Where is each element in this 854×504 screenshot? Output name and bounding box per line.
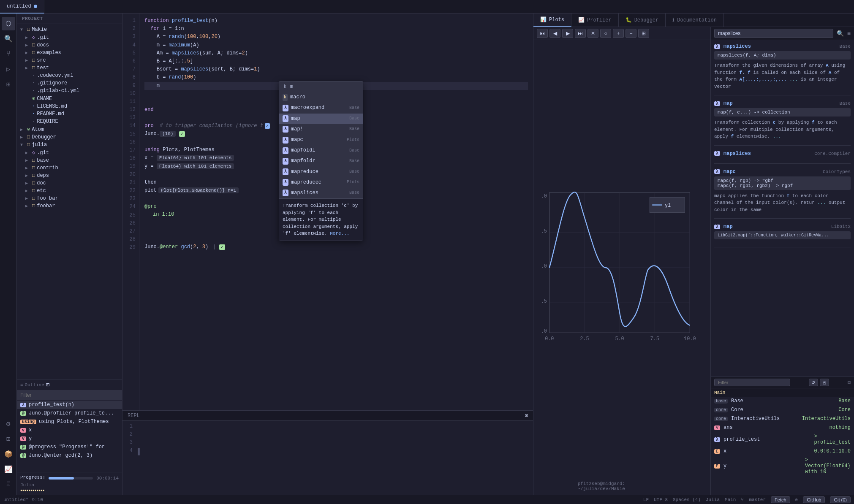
ac-item-mapreducec[interactable]: λ mapreducec Plots bbox=[279, 177, 363, 188]
sidebar-item-readme[interactable]: · · README.md bbox=[17, 110, 122, 118]
plot-close[interactable]: ✕ bbox=[587, 29, 598, 38]
doc-menu-button[interactable]: ≡ bbox=[847, 30, 851, 37]
outline-expand-icon[interactable]: ⊡ bbox=[46, 381, 49, 388]
ac-item-map[interactable]: λ map Base bbox=[279, 114, 363, 124]
doc-search-button[interactable]: 🔍 bbox=[837, 30, 844, 37]
plot-nav-next[interactable]: ▶ bbox=[562, 29, 573, 38]
ws-refresh-btn[interactable]: ↺ bbox=[809, 379, 818, 386]
sidebar-item-gitlab-ci[interactable]: · · .gitlab-ci.yml bbox=[17, 87, 122, 95]
sidebar-item-cname[interactable]: · ⊙ CNAME bbox=[17, 95, 122, 103]
workspace-expand-icon[interactable]: ⊡ bbox=[848, 379, 851, 386]
ws-row-core[interactable]: core Core Core bbox=[711, 406, 854, 415]
tab-debugger[interactable]: 🐛 Debugger bbox=[619, 14, 666, 27]
activity-packages[interactable]: 📦 bbox=[2, 447, 15, 461]
sidebar-item-julia-deps[interactable]: ▶ □ deps bbox=[17, 172, 122, 179]
outline-item-y[interactable]: v y bbox=[17, 434, 122, 443]
ws-copy-btn[interactable]: ⎘ bbox=[820, 379, 829, 386]
ac-item-mapreduce[interactable]: λ mapreduce Base bbox=[279, 167, 363, 177]
outline-item-profiler[interactable]: @ Juno.@profiler profile_te... bbox=[17, 409, 122, 417]
sidebar-item-require[interactable]: · · REQUIRE bbox=[17, 118, 122, 125]
ac-item-mapfoldr[interactable]: λ mapfoldr Base bbox=[279, 156, 363, 166]
repl-expand-icon[interactable]: ⊡ bbox=[525, 412, 528, 419]
doc-sig-mapc: mapc(f, rgb) -> rgbfmapc(f, rgb1, rgb2) … bbox=[714, 176, 851, 190]
sidebar-item-src[interactable]: ▶ □ src bbox=[17, 57, 122, 64]
activity-files[interactable]: ⬡ bbox=[2, 17, 15, 30]
code-line-3: A = randn(100,100,20) bbox=[144, 33, 528, 41]
activity-search[interactable]: 🔍 bbox=[2, 32, 15, 46]
ac-more-link[interactable]: More... bbox=[330, 231, 349, 236]
folder-icon: □ bbox=[32, 57, 35, 63]
sidebar-item-test[interactable]: ▶ □ test bbox=[17, 64, 122, 72]
activity-git[interactable]: ⑂ bbox=[2, 47, 15, 61]
plot-grid[interactable]: ⊞ bbox=[638, 29, 649, 38]
sidebar-item-julia-etc[interactable]: ▶ □ etc bbox=[17, 187, 122, 195]
sidebar-item-julia-base[interactable]: ▶ □ base bbox=[17, 157, 122, 164]
ac-item-m[interactable]: k m bbox=[279, 81, 363, 92]
plot-nav-first[interactable]: ⏮ bbox=[537, 29, 548, 38]
plot-nav-last[interactable]: ⏭ bbox=[575, 29, 586, 38]
ws-row-ans[interactable]: v ans nothing bbox=[711, 423, 854, 432]
workspace-buttons: ↺ ⎘ bbox=[809, 379, 829, 386]
sidebar-item-gitignore[interactable]: · · .gitignore bbox=[17, 79, 122, 87]
sidebar-item-examples[interactable]: ▶ □ examples bbox=[17, 49, 122, 57]
sidebar-item-julia-git[interactable]: ▶ ◇ .git bbox=[17, 149, 122, 157]
outline-item-juno-enter[interactable]: @ Juno.@enter gcd(2, 3) bbox=[17, 451, 122, 460]
ac-item-mapfoldl[interactable]: λ mapfoldl Base bbox=[279, 145, 363, 156]
sidebar-item-makie[interactable]: ▼ □ Makie bbox=[17, 26, 122, 33]
activity-workspace[interactable]: Ξ bbox=[2, 478, 15, 491]
tab-documentation[interactable]: ℹ Documentation bbox=[666, 14, 724, 27]
repl-code[interactable]: ▌ bbox=[134, 421, 533, 495]
ws-row-base[interactable]: base Base Base bbox=[711, 397, 854, 406]
plot-plus[interactable]: + bbox=[613, 29, 624, 38]
outline-item-x[interactable]: v x bbox=[17, 426, 122, 434]
ws-row-interactiveutils[interactable]: core InteractiveUtils InteractiveUtils bbox=[711, 415, 854, 423]
ac-item-map-bang[interactable]: λ map! Base bbox=[279, 124, 363, 135]
sidebar-item-atom[interactable]: ▶ ⊙ Atom bbox=[17, 125, 122, 133]
plot-nav-prev[interactable]: ◀ bbox=[549, 29, 560, 38]
ac-item-macroexpand[interactable]: λ macroexpand Base bbox=[279, 103, 363, 113]
sidebar-item-license[interactable]: · · LICENSE.md bbox=[17, 103, 122, 110]
doc-sig-map: map(f, c...) -> collection bbox=[714, 108, 851, 117]
ws-row-x[interactable]: E x 0.0:0.1:10.0 bbox=[711, 447, 854, 456]
plot-minus[interactable]: − bbox=[626, 29, 636, 38]
sidebar-item-julia[interactable]: ▼ □ julia bbox=[17, 141, 122, 149]
sidebar-item-git[interactable]: ▶ ◇ .git bbox=[17, 33, 122, 41]
ac-item-mapslices[interactable]: λ mapslices Base bbox=[279, 188, 363, 198]
sidebar-item-julia-doc[interactable]: ▶ □ doc bbox=[17, 179, 122, 187]
outline-item-progress[interactable]: @ @progress "Progress!" for bbox=[17, 443, 122, 451]
sidebar-item-docs[interactable]: ▶ □ docs bbox=[17, 41, 122, 49]
fetch-button[interactable]: Fetch bbox=[771, 496, 790, 503]
code-area[interactable]: function profile_test(n) for i = 1:n A =… bbox=[139, 14, 533, 410]
plot-circle[interactable]: ○ bbox=[600, 29, 611, 38]
ws-row-profile-test[interactable]: λ profile_test > profile_test bbox=[711, 432, 854, 447]
outline-item-profile-test[interactable]: λ profile_test(n) bbox=[17, 401, 122, 409]
git-button[interactable]: Git (0) bbox=[830, 496, 851, 503]
doc-module-libgit2: LibGit2 bbox=[831, 224, 851, 229]
doc-search-input[interactable] bbox=[714, 29, 833, 38]
activity-settings[interactable]: ⚙ bbox=[2, 417, 15, 431]
activity-plot[interactable]: 📈 bbox=[2, 463, 15, 476]
sidebar-item-debugger[interactable]: ▶ □ Debugger bbox=[17, 133, 122, 141]
sidebar-item-julia-contrib[interactable]: ▶ □ contrib bbox=[17, 164, 122, 172]
activity-extensions[interactable]: ⊞ bbox=[2, 78, 15, 91]
activity-debug[interactable]: ▷ bbox=[2, 62, 15, 76]
sidebar-item-codecov[interactable]: · · .codecov.yml bbox=[17, 72, 122, 79]
workspace-filter-input[interactable] bbox=[714, 379, 790, 386]
code-line-1: function profile_test(n) bbox=[144, 17, 528, 25]
sidebar-item-julia-foobar-space[interactable]: ▶ □ foo bar bbox=[17, 195, 122, 202]
ws-row-y[interactable]: E y > Vector{Float64} with 10 bbox=[711, 456, 854, 477]
outline-item-using[interactable]: using using Plots, PlotThemes bbox=[17, 417, 122, 426]
ac-item-mapc[interactable]: λ mapc Plots bbox=[279, 135, 363, 145]
github-button[interactable]: GitHub bbox=[803, 496, 825, 503]
activity-terminal[interactable]: ⊡ bbox=[2, 432, 15, 446]
spacer-icon: · bbox=[25, 112, 30, 117]
tab-profiler[interactable]: 📈 Profiler bbox=[571, 14, 619, 27]
editor-tab-untitled[interactable]: untitled bbox=[0, 0, 44, 14]
outline-filter-input[interactable] bbox=[17, 390, 122, 400]
doc-func-header-mapslices: λ mapslices Base bbox=[714, 43, 851, 49]
ac-item-macro[interactable]: k macro bbox=[279, 92, 363, 103]
status-git-branch: master bbox=[749, 497, 766, 502]
tab-plots[interactable]: 📊 Plots bbox=[533, 14, 571, 27]
sidebar-item-julia-foobar[interactable]: ▶ □ foobar bbox=[17, 202, 122, 210]
outline-items: λ profile_test(n) @ Juno.@profiler profi… bbox=[17, 400, 122, 472]
